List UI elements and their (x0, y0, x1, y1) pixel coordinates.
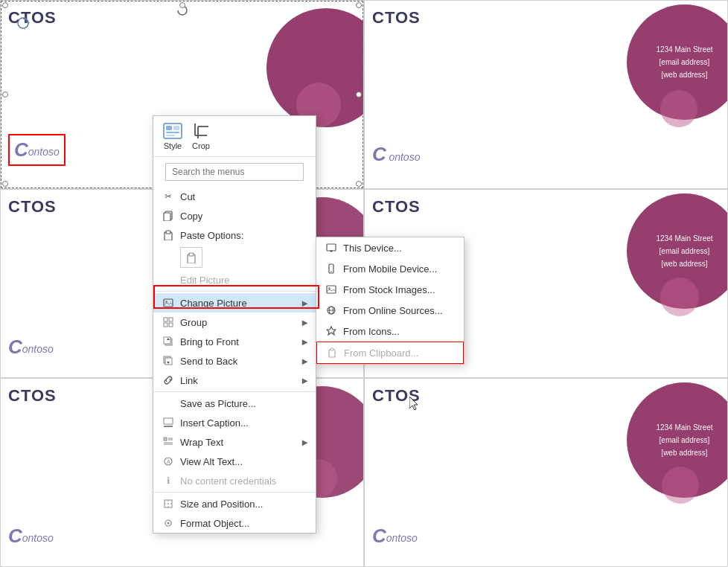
from-clipboard-icon (326, 347, 338, 359)
change-picture-icon (162, 297, 174, 309)
slide-cell-top-right: CTOS 1234 Main Street[email address][web… (364, 0, 728, 189)
edit-picture-label: Edit Picture (180, 275, 229, 286)
submenu-this-device[interactable]: This Device... (316, 237, 464, 258)
crop-label: Crop (192, 141, 210, 150)
menu-item-cut[interactable]: ✂ Cut (153, 187, 316, 206)
edit-picture-icon (162, 274, 174, 286)
crop-button[interactable]: Crop (192, 122, 210, 150)
from-online-icon (325, 304, 337, 316)
submenu-from-icons[interactable]: From Icons... (316, 321, 464, 342)
submenu-from-mobile[interactable]: From Mobile Device... (316, 258, 464, 279)
handle-tr (356, 2, 362, 8)
address-mr: 1234 Main Street[email address][web addr… (648, 225, 720, 278)
submenu-from-online[interactable]: From Online Sources... (316, 300, 464, 321)
svg-rect-23 (169, 323, 173, 327)
contoso-logo-ml: C ontoso (8, 336, 54, 359)
wrap-text-label: Wrap Text (180, 437, 223, 448)
send-to-back-icon (162, 355, 174, 367)
menu-item-no-content: ℹ No content credentials (153, 471, 316, 490)
menu-item-size-position[interactable]: Size and Position... (153, 494, 316, 513)
this-device-icon (325, 242, 337, 254)
paste-clipboard-icon[interactable] (180, 247, 202, 268)
svg-rect-6 (166, 132, 179, 133)
menu-item-bring-to-front[interactable]: Bring to Front ► (153, 332, 316, 351)
svg-rect-18 (164, 299, 173, 307)
svg-marker-52 (327, 327, 336, 335)
link-label: Link (180, 375, 198, 386)
menu-toolbar: Style Crop (153, 116, 316, 157)
view-alt-text-label: View Alt Text... (180, 456, 243, 467)
svg-rect-30 (164, 438, 167, 441)
copy-icon (162, 210, 174, 222)
menu-item-insert-caption[interactable]: Insert Caption... (153, 413, 316, 432)
menu-item-link[interactable]: Link ► (153, 371, 316, 390)
from-mobile-icon (325, 263, 337, 275)
copy-label: Copy (180, 211, 202, 222)
from-stock-icon (325, 284, 337, 295)
bring-to-front-label: Bring to Front (180, 336, 239, 347)
rotate-icon-inner (16, 16, 31, 33)
menu-item-send-to-back[interactable]: Send to Back ► (153, 351, 316, 371)
menu-item-copy[interactable]: Copy (153, 206, 316, 225)
separator-3 (153, 492, 316, 493)
menu-item-change-picture[interactable]: Change Picture ► (153, 293, 316, 313)
change-picture-label: Change Picture (180, 298, 247, 309)
this-device-label: This Device... (343, 243, 402, 254)
paste-label: Paste Options: (180, 230, 243, 241)
svg-point-19 (165, 301, 167, 303)
size-position-icon (162, 498, 174, 510)
contoso-logo-selected: C ontoso (8, 134, 66, 166)
paste-icon (162, 229, 174, 241)
paste-icon-area (153, 245, 316, 270)
context-menu: Style Crop ✂ Cut Copy Paste Options: (153, 115, 316, 534)
menu-item-wrap-text[interactable]: Wrap Text ► (153, 432, 316, 452)
svg-rect-29 (164, 426, 173, 427)
separator-1 (153, 291, 316, 292)
view-alt-text-icon: A (162, 455, 174, 467)
svg-rect-13 (164, 213, 170, 221)
format-object-label: Format Object... (180, 518, 249, 529)
from-icons-label: From Icons... (343, 326, 400, 337)
address-tr: 1234 Main Street[email address][web addr… (648, 36, 720, 89)
menu-item-paste[interactable]: Paste Options: (153, 225, 316, 245)
svg-rect-27 (165, 358, 172, 365)
svg-rect-22 (164, 323, 167, 327)
from-mobile-label: From Mobile Device... (343, 263, 437, 275)
purple-circle-tr-small (660, 90, 697, 127)
menu-item-view-alt-text[interactable]: A View Alt Text... (153, 452, 316, 471)
from-clipboard-label: From Clipboard... (344, 347, 418, 359)
search-input[interactable] (165, 163, 304, 181)
handle-br (356, 181, 362, 187)
wrap-text-arrow: ► (300, 437, 310, 448)
svg-point-46 (331, 271, 332, 272)
link-icon (162, 374, 174, 386)
wrap-text-icon (162, 436, 174, 448)
from-stock-label: From Stock Images... (343, 284, 435, 295)
from-icons-icon (325, 325, 337, 337)
svg-rect-15 (166, 231, 170, 234)
handle-tc (179, 2, 185, 8)
size-position-label: Size and Position... (180, 499, 263, 510)
cut-label: Cut (180, 191, 195, 202)
cut-icon: ✂ (162, 190, 174, 202)
no-content-icon: ℹ (162, 475, 174, 487)
menu-item-save-as-picture[interactable]: Save as Picture... (153, 394, 316, 413)
menu-item-format-object[interactable]: Format Object... (153, 513, 316, 533)
slide-cell-bot-right: CTOS 1234 Main Street[email address][web… (364, 378, 728, 567)
contoso-logo-br: C ontoso (372, 525, 418, 548)
send-to-back-label: Send to Back (180, 356, 237, 367)
group-arrow: ► (300, 317, 310, 328)
separator-2 (153, 391, 316, 392)
handle-bl (2, 181, 8, 187)
menu-item-group[interactable]: Group ► (153, 313, 316, 332)
save-as-picture-icon (162, 397, 174, 409)
insert-caption-icon (162, 417, 174, 429)
from-online-label: From Online Sources... (343, 305, 443, 316)
purple-circle-br-small (662, 467, 699, 504)
svg-rect-17 (189, 253, 194, 256)
svg-rect-4 (166, 126, 172, 130)
style-button[interactable]: Style (162, 122, 183, 150)
submenu-from-stock[interactable]: From Stock Images... (316, 279, 464, 300)
send-to-back-arrow: ► (300, 356, 310, 367)
bring-to-front-icon (162, 336, 174, 347)
